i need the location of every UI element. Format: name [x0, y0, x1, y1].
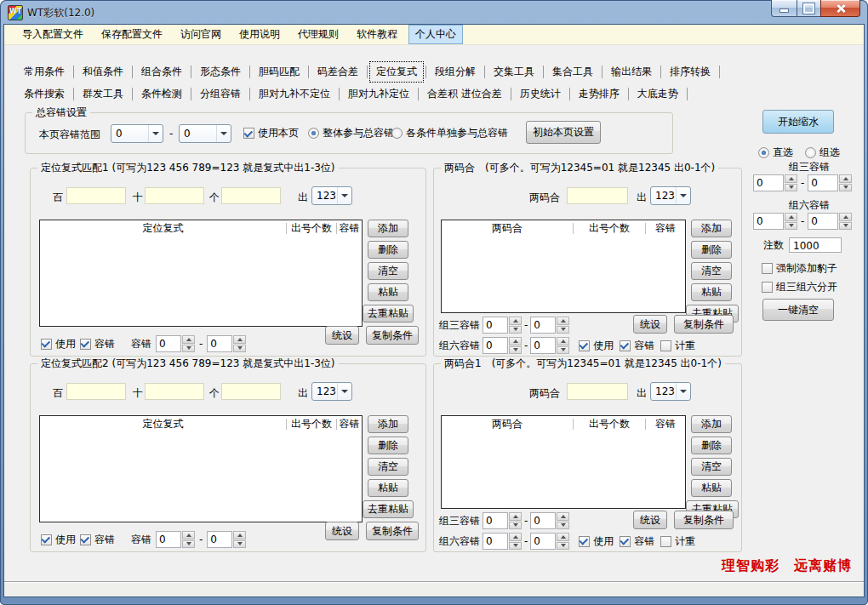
tab-item[interactable]: 走势排序 — [573, 84, 625, 104]
use-page-checkbox[interactable]: 使用本页 — [243, 126, 299, 140]
tab-item[interactable]: 交集工具 — [488, 62, 540, 82]
lianghe-list[interactable]: 两码合 出号个数 容错 — [441, 220, 686, 313]
tolerance-max-spinner[interactable]: 0 — [207, 531, 246, 548]
spin-down-icon[interactable] — [557, 522, 569, 530]
tab-item[interactable]: 段组分解 — [429, 62, 482, 82]
zu3-max-spinner[interactable]: 0 — [808, 174, 852, 191]
zhixuan-radio[interactable]: 直选 — [758, 146, 793, 160]
paste-button[interactable]: 粘贴 — [691, 479, 732, 497]
spin-down-icon[interactable] — [509, 522, 522, 530]
copy-condition-button[interactable]: 复制条件 — [674, 315, 734, 334]
tens-input[interactable] — [145, 383, 204, 400]
use-checkbox[interactable]: 使用 — [41, 533, 76, 547]
lianghe-input[interactable] — [567, 187, 628, 204]
tab-item[interactable]: 组合条件 — [135, 62, 188, 82]
tolerance-checkbox[interactable]: 容错 — [620, 534, 654, 549]
copy-condition-button[interactable]: 复制条件 — [366, 326, 419, 345]
use-checkbox[interactable]: 使用 — [41, 337, 76, 351]
delete-button[interactable]: 删除 — [691, 241, 732, 259]
spin-up-icon[interactable] — [785, 174, 797, 183]
spin-down-icon[interactable] — [182, 540, 195, 549]
chu-combobox[interactable]: 123 — [311, 382, 352, 401]
tolerance-from-dropdown[interactable]: 0 — [111, 124, 163, 143]
menu-item-help[interactable]: 使用说明 — [232, 25, 287, 44]
tab-item[interactable]: 大底走势 — [631, 84, 684, 104]
lianghe-list[interactable]: 两码合 出号个数 容错 — [441, 415, 686, 509]
batch-set-button[interactable]: 统设 — [325, 326, 359, 345]
paste-button[interactable]: 粘贴 — [368, 479, 408, 497]
delete-button[interactable]: 删除 — [691, 437, 732, 454]
spin-down-icon[interactable] — [839, 184, 852, 192]
tolerance-min-spinner[interactable]: 0 — [156, 531, 195, 548]
add-button[interactable]: 添加 — [691, 415, 732, 433]
hundreds-input[interactable] — [66, 187, 126, 204]
tab-item[interactable]: 胆对九补不定位 — [253, 84, 336, 104]
tolerance-checkbox[interactable]: 容错 — [80, 533, 115, 547]
spin-down-icon[interactable] — [509, 346, 522, 355]
spin-up-icon[interactable] — [182, 335, 195, 344]
batch-set-button[interactable]: 统设 — [325, 522, 359, 540]
batch-set-button[interactable]: 统设 — [633, 315, 667, 334]
close-button[interactable] — [820, 0, 860, 17]
delete-button[interactable]: 删除 — [368, 437, 408, 454]
tab-item-selected[interactable]: 定位复式 — [370, 62, 423, 82]
spin-up-icon[interactable] — [785, 213, 797, 221]
tolerance-max-spinner[interactable]: 0 — [207, 335, 246, 352]
spin-up-icon[interactable] — [233, 531, 246, 539]
tab-item[interactable]: 条件检测 — [135, 84, 188, 104]
tab-item[interactable]: 历史统计 — [514, 84, 567, 104]
tab-item[interactable]: 胆码匹配 — [253, 62, 306, 82]
hundreds-input[interactable] — [66, 383, 126, 400]
zu6-min-spinner[interactable]: 0 — [483, 533, 522, 550]
menu-item-visit-site[interactable]: 访问官网 — [174, 25, 228, 44]
fushi-list[interactable]: 定位复式 出号个数 容错 — [39, 220, 363, 327]
one-key-clear-button[interactable]: 一键清空 — [762, 299, 834, 321]
zuxuan-radio[interactable]: 组选 — [805, 146, 840, 160]
spin-up-icon[interactable] — [839, 213, 852, 221]
tolerance-min-spinner[interactable]: 0 — [156, 335, 195, 352]
menu-item-tutorial[interactable]: 软件教程 — [350, 25, 404, 44]
tab-item[interactable]: 集合工具 — [546, 62, 599, 82]
add-button[interactable]: 添加 — [691, 220, 732, 237]
spin-down-icon[interactable] — [785, 184, 797, 192]
zhushu-input[interactable]: 1000 — [789, 237, 842, 253]
spin-up-icon[interactable] — [557, 512, 569, 521]
units-input[interactable] — [221, 383, 281, 400]
spin-down-icon[interactable] — [509, 326, 522, 334]
tolerance-to-dropdown[interactable]: 0 — [179, 124, 231, 143]
tab-item[interactable]: 排序转换 — [664, 62, 717, 82]
clear-button[interactable]: 清空 — [368, 458, 408, 476]
spin-down-icon[interactable] — [509, 542, 522, 551]
dedup-paste-button[interactable]: 去重粘贴 — [363, 500, 414, 518]
tab-item[interactable]: 群发工具 — [77, 84, 129, 104]
tab-item[interactable]: 和值条件 — [77, 62, 129, 82]
tolerance-checkbox[interactable]: 容错 — [620, 339, 654, 353]
tab-item[interactable]: 胆对九补定位 — [342, 84, 415, 104]
spin-down-icon[interactable] — [233, 540, 246, 549]
jizhong-checkbox[interactable]: 计重 — [660, 534, 695, 549]
units-input[interactable] — [221, 187, 281, 204]
spin-down-icon[interactable] — [785, 222, 797, 231]
spin-down-icon[interactable] — [182, 345, 195, 353]
menu-item-import-config[interactable]: 导入配置文件 — [15, 25, 90, 44]
tab-item[interactable]: 码差合差 — [311, 62, 364, 82]
tab-item[interactable]: 条件搜索 — [18, 84, 71, 104]
chu-combobox[interactable]: 123 — [650, 382, 691, 401]
chu-combobox[interactable]: 123 — [650, 186, 691, 205]
spin-up-icon[interactable] — [509, 533, 522, 541]
add-button[interactable]: 添加 — [368, 220, 408, 237]
paste-button[interactable]: 粘贴 — [368, 283, 408, 301]
tab-item[interactable]: 合差积 进位合差 — [421, 84, 508, 104]
spin-down-icon[interactable] — [557, 542, 569, 551]
whole-participate-radio[interactable]: 整体参与总容错 — [308, 126, 394, 140]
menu-item-save-config[interactable]: 保存配置文件 — [94, 25, 169, 44]
split-zu3-zu6-checkbox[interactable]: 组三组六分开 — [762, 280, 837, 294]
spin-up-icon[interactable] — [557, 317, 569, 325]
dedup-paste-button[interactable]: 去重粘贴 — [363, 305, 414, 322]
paste-button[interactable]: 粘贴 — [691, 283, 732, 301]
add-button[interactable]: 添加 — [368, 415, 408, 433]
title-bar[interactable]: WT WT彩软(12.0) — [0, 0, 868, 24]
spin-up-icon[interactable] — [557, 337, 569, 345]
minimize-button[interactable] — [771, 0, 797, 17]
maximize-button[interactable] — [797, 0, 820, 17]
